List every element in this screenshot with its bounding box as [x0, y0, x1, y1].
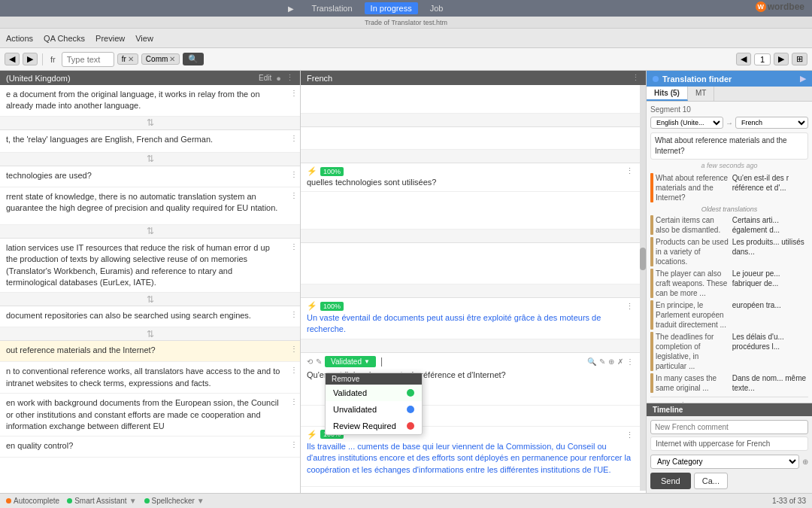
translation-tab[interactable]: Translation [306, 2, 359, 14]
middle-panel-header: French ⋮ [301, 71, 646, 85]
toolbar-actions[interactable]: Actions [6, 34, 33, 43]
validated-badge[interactable]: Validated ▼ [325, 356, 376, 367]
segment-row: technologies are used? ⋮ [0, 166, 300, 187]
mt-tab[interactable]: MT [688, 87, 714, 101]
result-item: In many cases the same original ... Dans… [650, 373, 808, 393]
nav-prev[interactable]: ◀ [736, 53, 751, 65]
nav-next[interactable]: ▶ [774, 53, 789, 65]
wordbee-logo: W wordbee [756, 2, 804, 12]
segment-row: en quality control? ⋮ [0, 437, 300, 458]
hits-tab[interactable]: Hits (5) [647, 87, 688, 101]
file-subtitle: Trade of Translator test.htm [0, 17, 812, 29]
search-input[interactable] [62, 52, 114, 67]
result-item: Certain items can also be dismantled. Ce… [650, 215, 808, 235]
validated-dropdown: Remove Validated Unvalidated [325, 373, 423, 435]
segment-menu[interactable]: ⋮ [288, 394, 300, 436]
category-row: Any Category ⊕ [650, 455, 808, 469]
segment-menu[interactable]: ⋮ [288, 166, 300, 187]
result-item: Products can be used in a variety of loc… [650, 237, 808, 266]
right-panel: Translation finder ▶ Hits (5) MT Segment… [647, 71, 812, 493]
page-info: 1-33 of 33 [772, 497, 806, 505]
new-comment-input[interactable] [650, 420, 808, 434]
segment-row: document repositories can also be search… [0, 306, 300, 327]
translation-finder-title: Translation finder [662, 75, 732, 84]
action-row: Send Ca... [650, 473, 808, 489]
trans-row-evenail: ⚡ 100% Un vaste éventail de documents pe… [301, 298, 640, 339]
trans-row-menu[interactable]: ⋮ [626, 166, 634, 176]
view-options[interactable]: ⊞ [792, 53, 807, 65]
toolbar-qa[interactable]: QA Checks [44, 34, 85, 43]
target-lang-select[interactable]: French [735, 117, 808, 129]
send-button[interactable]: Send [650, 473, 691, 489]
back-btn[interactable]: ◀ [5, 53, 20, 65]
comm-tag[interactable]: Comm ✕ [141, 53, 180, 65]
spellchecker-item[interactable]: Spellchecker ▼ [144, 497, 205, 505]
source-lang-select[interactable]: English (Unite... [650, 117, 723, 129]
fr-tag[interactable]: fr ✕ [117, 53, 138, 65]
segment-row-active: out reference materials and the Internet… [0, 341, 300, 362]
trans-row-ils: ⚡ 100% Ils travaille ... cuments de base… [301, 427, 640, 487]
segment-label: Segment 10 [650, 105, 808, 114]
segment-menu[interactable]: ⋮ [288, 239, 300, 293]
dropdown-review[interactable]: Review Required [326, 418, 422, 434]
left-panel-header: (United Kingdom) Edit ● ⋮ [0, 71, 300, 85]
middle-panel: French ⋮ ⚡ 100% quelles technologies son… [301, 71, 647, 493]
result-item: En principe, le Parlement européen tradu… [650, 300, 808, 330]
top-breadcrumb: ▶ [288, 5, 294, 13]
search-go-btn[interactable]: 🔍 [183, 53, 204, 65]
toolbar: Actions QA Checks Preview View [0, 29, 812, 48]
result-item: The player can also craft weapons. These… [650, 269, 808, 298]
copy-icon[interactable]: ⊕ [608, 357, 614, 366]
trans-row-menu[interactable]: ⋮ [626, 430, 634, 440]
middle-panel-content: ⚡ 100% quelles technologies sont utilisé… [301, 85, 640, 491]
segment-menu[interactable]: ⋮ [288, 130, 300, 152]
trans-row-menu[interactable]: ⋮ [626, 302, 634, 312]
segment-menu[interactable]: ⋮ [288, 341, 300, 361]
toolbar-view[interactable]: View [135, 34, 153, 43]
edit-icon[interactable]: ✎ [599, 357, 605, 366]
delete-icon[interactable]: ✗ [617, 357, 623, 366]
timestamp: a few seconds ago [650, 162, 808, 169]
timeline-section: Timeline Internet with uppercase for Fre… [647, 403, 812, 493]
scrollbar-track[interactable] [640, 85, 646, 491]
smart-assistant-item[interactable]: Smart Assistant ▼ [67, 497, 136, 505]
toolbar-preview[interactable]: Preview [95, 34, 125, 43]
row-menu[interactable]: ⋮ [626, 357, 634, 366]
search-bar: ◀ ▶ fr fr ✕ Comm ✕ 🔍 ◀ 1 ▶ ⊞ [0, 48, 812, 71]
validated-badge-wrapper[interactable]: Validated ▼ Remove Validated [325, 356, 376, 367]
segment-menu[interactable]: ⋮ [288, 362, 300, 393]
segment-row: n to conventional reference works, all t… [0, 362, 300, 394]
comment-text: Internet with uppercase for French [650, 437, 808, 451]
query-text: What about reference materials and the I… [650, 132, 808, 160]
dropdown-unvalidated[interactable]: Unvalidated [326, 401, 422, 418]
left-panel-content: e a document from the original language,… [0, 85, 300, 493]
right-panel-tabs: Hits (5) MT [647, 87, 812, 102]
cancel-button[interactable]: Ca... [694, 473, 728, 489]
left-panel: (United Kingdom) Edit ● ⋮ e a document f… [0, 71, 301, 493]
segment-menu[interactable]: ⋮ [288, 187, 300, 224]
segment-row: e a document from the original language,… [0, 85, 300, 117]
timeline-header: Timeline [647, 403, 812, 416]
middle-panel-menu[interactable]: ⋮ [632, 73, 640, 83]
segment-menu[interactable]: ⋮ [288, 306, 300, 327]
category-select[interactable]: Any Category [650, 455, 799, 469]
job-tab[interactable]: Job [424, 2, 450, 14]
lang-label: fr [47, 55, 59, 64]
autocomplete-item[interactable]: Autocomplete [6, 497, 59, 505]
segment-menu[interactable]: ⋮ [288, 85, 300, 116]
segment-row: t, the 'relay' languages are English, Fr… [0, 130, 300, 153]
right-panel-body: Segment 10 English (Unite... → French Wh… [647, 102, 812, 403]
lang-row: English (Unite... → French [650, 117, 808, 129]
search-icon[interactable]: 🔍 [587, 357, 596, 366]
segment-menu[interactable]: ⋮ [288, 437, 300, 457]
in-progress-tab[interactable]: In progress [365, 2, 418, 14]
dropdown-validated[interactable]: Validated [326, 385, 422, 401]
oldest-label: Oldest translations [650, 205, 808, 213]
comment-area: Internet with uppercase for French Any C… [647, 416, 812, 493]
segment-row: en work with background documents from t… [0, 394, 300, 437]
segment-row: lation services use IT resources that re… [0, 239, 300, 294]
edit-btn[interactable]: Edit [259, 74, 271, 82]
result-item: The deadlines for completion of legislat… [650, 332, 808, 371]
forward-btn[interactable]: ▶ [23, 53, 38, 65]
right-panel-header: Translation finder ▶ [647, 71, 812, 87]
